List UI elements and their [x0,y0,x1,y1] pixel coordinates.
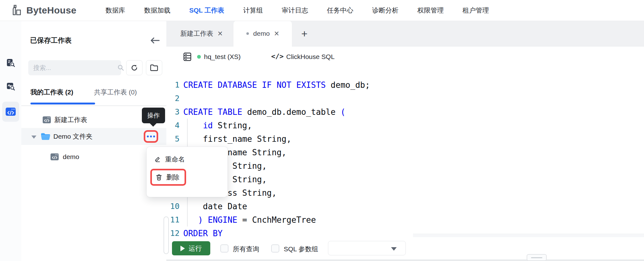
all-queries-checkbox[interactable] [220,244,228,253]
tree-item-label: 新建工作表 [54,115,87,124]
refresh-button[interactable] [126,60,142,75]
saved-worksheets-panel: 已保存工作表 [21,21,167,261]
code-line[interactable]: 6 last_name String, [166,146,644,159]
code-line[interactable]: 5 first_name String, [166,132,644,146]
bytehouse-logo-icon [11,4,23,16]
menu-item-rename[interactable]: 重命名 [154,152,185,167]
menu-item-delete[interactable]: 删除 [150,169,186,186]
nav-audit-logs[interactable]: 审计日志 [282,6,308,15]
nav-diagnostics[interactable]: 诊断分析 [372,6,399,15]
query-history-icon[interactable] [3,56,18,71]
worksheet-search [28,60,121,75]
code-line[interactable]: 11 ) ENGINE = CnchMergeTree [166,213,644,226]
nav-task-center[interactable]: 任务中心 [327,6,353,15]
sql-worksheet-icon[interactable] [3,104,18,119]
splitter-drag-handle[interactable] [527,254,547,261]
nav-sql-worksheet[interactable]: SQL 工作表 [189,6,224,15]
folder-outline-icon [150,64,158,72]
editor-tab-bar: 新建工作表 × demo × + [166,21,644,46]
search-icon [117,64,125,72]
nav-databases[interactable]: 数据库 [105,6,125,15]
nav-compute-groups[interactable]: 计算组 [243,6,263,15]
active-tab-underline [30,103,95,104]
tree-item-demo-folder[interactable]: Demo 文件夹 [21,128,166,145]
dot-icon [150,136,152,137]
search-input[interactable] [33,64,117,72]
nav-data-loading[interactable]: 数据加载 [144,6,170,15]
refresh-icon [130,64,138,72]
nav-permissions[interactable]: 权限管理 [417,6,444,15]
folder-actions-button[interactable] [144,130,158,143]
code-line[interactable]: 1CREATE DATABASE IF NOT EXISTS demo_db; [166,78,644,92]
code-language-icon: </> [271,52,284,60]
brand-name: ByteHouse [26,5,76,16]
connection-status-dot [197,55,201,59]
code-line[interactable]: 8 phone String, [166,173,644,186]
actions-tooltip: 操作 [142,108,165,123]
tab-my-worksheets[interactable]: 我的工作表 (2) [30,88,73,97]
code-line[interactable]: 4 id String, [166,119,644,132]
sql-editor-area: 新建工作表 × demo × + h [166,21,644,261]
sql-params-label: SQL 参数组 [284,245,318,253]
code-lines[interactable]: 1CREATE DATABASE IF NOT EXISTS demo_db;2… [166,78,644,240]
dot-icon [153,136,155,137]
folder-blue-icon [40,132,51,141]
dropdown-caret-icon [391,247,397,251]
code-line[interactable]: 2 [166,92,644,105]
chevron-down-icon[interactable] [31,136,36,139]
editor-toolbar: hq_test (XS) </> ClickHouse SQL [166,46,644,67]
menu-item-label: 删除 [166,173,180,182]
run-button[interactable]: 运行 [172,241,210,255]
new-folder-button[interactable] [146,60,162,75]
folder-context-menu: 重命名 删除 [147,147,228,197]
editor-tab-label: demo [253,30,270,37]
tabs-divider [21,105,166,106]
tree-item-label: demo [63,153,79,161]
play-icon [180,246,185,251]
main-nav: 数据库 数据加载 SQL 工作表 计算组 审计日志 任务中心 诊断分析 权限管理… [105,0,489,21]
database-icon[interactable] [183,52,192,61]
database-selector[interactable]: hq_test (XS) [204,53,241,61]
add-tab-button[interactable]: + [294,21,314,46]
editor-tab-new-worksheet[interactable]: 新建工作表 × [171,21,232,46]
top-navigation-bar: ByteHouse 数据库 数据加载 SQL 工作表 计算组 审计日志 任务中心… [0,0,644,21]
menu-item-label: 重命名 [165,155,185,164]
results-splitter[interactable] [166,259,644,261]
worksheet-icon [42,116,51,124]
run-toolbar: 运行 所有查询 SQL 参数组 [166,237,644,259]
bytehouse-app: ByteHouse 数据库 数据加载 SQL 工作表 计算组 审计日志 任务中心… [0,0,644,261]
code-line[interactable]: 10 date Date [166,200,644,213]
tree-item-label: Demo 文件夹 [53,132,93,141]
code-line[interactable]: 7 email String, [166,159,644,173]
dot-icon [147,136,149,137]
tree-item-demo-worksheet[interactable]: demo [21,149,166,165]
worksheet-icon [50,153,59,161]
bytehouse-logo[interactable]: ByteHouse [11,0,76,21]
trash-icon [156,174,162,181]
all-queries-label: 所有查询 [233,245,259,253]
worksheet-tabs: 我的工作表 (2) 共享工作表 (0) [30,88,137,97]
code-line[interactable]: 9 address String, [166,186,644,200]
unsaved-dot-icon [246,32,249,35]
tab-shared-worksheets[interactable]: 共享工作表 (0) [94,88,137,97]
sql-params-checkbox[interactable] [271,244,279,253]
language-selector[interactable]: ClickHouse SQL [286,53,335,61]
editor-tab-label: 新建工作表 [180,29,213,38]
sql-param-group-dropdown[interactable] [328,241,406,255]
collapse-panel-arrow-icon[interactable] [149,36,161,45]
nav-tenant-mgmt[interactable]: 租户管理 [463,6,489,15]
query-diagnosis-icon[interactable] [3,79,18,94]
left-icon-rail [0,21,22,261]
editor-tab-demo[interactable]: demo × [233,21,292,46]
run-button-label: 运行 [189,244,202,253]
close-tab-icon[interactable]: × [218,29,223,38]
pencil-icon [154,156,161,163]
panel-title: 已保存工作表 [30,36,72,45]
sidebar-resize-handle[interactable] [164,216,169,254]
close-tab-icon[interactable]: × [274,29,279,38]
code-line[interactable]: 3CREATE TABLE demo_db.demo_table ( [166,105,644,119]
